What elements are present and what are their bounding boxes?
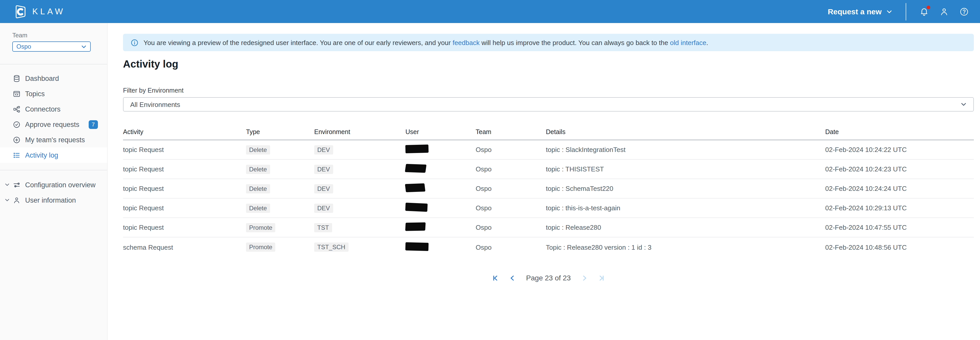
column-header-date: Date [825, 128, 974, 136]
sidebar-divider [0, 64, 107, 65]
preview-banner: You are viewing a preview of the redesig… [123, 34, 974, 51]
feedback-link[interactable]: feedback [453, 39, 480, 46]
sidebar-item-label: Activity log [25, 151, 58, 159]
filter-by-environment-label: Filter by Environment [123, 87, 980, 94]
topics-icon [13, 90, 21, 98]
cell-details: topic : SlackIntegrationTest [546, 146, 825, 153]
banner-text-after: . [706, 39, 708, 46]
sidebar-item-label: User information [25, 196, 76, 204]
type-chip: Delete [246, 203, 270, 213]
cell-team: Ospo [476, 204, 546, 212]
sidebar-item-my-teams-requests[interactable]: My team's requests [0, 132, 107, 147]
chevron-down-icon [961, 101, 967, 108]
cell-date: 02-Feb-2024 10:24:23 UTC [825, 165, 974, 173]
page-title: Activity log [123, 59, 980, 70]
column-header-environment: Environment [314, 128, 406, 136]
table-row: topic Request Delete DEV Ospo topic : TH… [123, 160, 974, 179]
sidebar-divider [0, 170, 107, 171]
type-chip: Promote [246, 223, 275, 232]
notification-dot [927, 5, 930, 9]
cell-activity: topic Request [123, 146, 246, 153]
redacted-user [405, 202, 428, 212]
pagination: Page 23 of 23 [123, 274, 974, 282]
cell-date: 02-Feb-2024 10:24:24 UTC [825, 185, 974, 192]
table-row: topic Request Delete DEV Ospo topic : Sl… [123, 140, 974, 160]
header-divider [906, 3, 906, 20]
redacted-user [405, 183, 425, 192]
user-icon [13, 196, 21, 204]
sidebar-item-topics[interactable]: Topics [0, 86, 107, 101]
table-row: schema Request Promote TST_SCH Ospo Topi… [123, 237, 974, 257]
first-page-button[interactable] [492, 275, 499, 281]
profile-button[interactable] [940, 7, 949, 16]
environment-select[interactable]: All Environments [123, 97, 974, 112]
sidebar-item-activity-log[interactable]: Activity log [0, 147, 107, 163]
team-select[interactable]: Ospo [12, 41, 91, 52]
team-select-value: Ospo [16, 43, 31, 50]
type-chip: Delete [246, 145, 270, 154]
environment-chip: TST_SCH [314, 242, 348, 252]
cell-team: Ospo [476, 146, 546, 153]
environment-chip: DEV [314, 145, 333, 154]
next-page-button[interactable] [581, 275, 588, 281]
help-icon [959, 7, 969, 16]
redacted-user [406, 144, 429, 153]
cell-details: topic : this-is-a-test-again [546, 204, 825, 212]
approve-requests-badge: 7 [89, 120, 98, 129]
cell-activity: topic Request [123, 165, 246, 173]
brand-name: KLAW [32, 7, 65, 16]
cell-team: Ospo [476, 224, 546, 231]
notifications-button[interactable] [920, 7, 929, 16]
main-content: You are viewing a preview of the redesig… [108, 23, 980, 340]
check-circle-icon [13, 120, 21, 128]
sidebar-item-label: Configuration overview [25, 181, 95, 188]
database-icon [13, 74, 21, 82]
request-a-new-label: Request a new [828, 7, 881, 16]
environment-chip: DEV [314, 164, 333, 174]
banner-text-before: You are viewing a preview of the redesig… [143, 39, 453, 46]
redacted-user [405, 164, 426, 173]
user-icon [940, 7, 949, 16]
old-interface-link[interactable]: old interface [670, 39, 706, 46]
sidebar-item-label: Topics [25, 90, 45, 98]
sidebar-item-user-information[interactable]: User information [0, 192, 107, 208]
last-page-button[interactable] [598, 275, 605, 281]
sidebar-item-approve-requests[interactable]: Approve requests 7 [0, 117, 107, 132]
app-root: KLAW Request a new [0, 0, 980, 340]
top-header: KLAW Request a new [0, 0, 980, 23]
cell-team: Ospo [476, 165, 546, 173]
sidebar-item-connectors[interactable]: Connectors [0, 101, 107, 117]
table-header-row: Activity Type Environment User Team Deta… [123, 124, 974, 140]
cell-date: 02-Feb-2024 10:48:56 UTC [825, 243, 974, 251]
chevron-down-icon [5, 198, 10, 202]
sidebar-item-label: Approve requests [25, 120, 80, 128]
cell-details: topic : THISISTEST [546, 165, 825, 173]
type-chip: Promote [246, 242, 275, 252]
cell-team: Ospo [476, 243, 546, 251]
sidebar-item-label: My team's requests [25, 136, 85, 144]
column-header-details: Details [546, 128, 825, 136]
sidebar-item-dashboard[interactable]: Dashboard [0, 71, 107, 86]
type-chip: Delete [246, 184, 270, 193]
environment-select-value: All Environments [130, 101, 180, 108]
info-icon [131, 39, 138, 46]
banner-text-middle: will help us improve the product. You ca… [479, 39, 670, 46]
cell-details: topic : SchemaTest220 [546, 185, 825, 192]
klaw-logo-icon [12, 4, 27, 19]
environment-chip: DEV [314, 203, 333, 213]
environment-chip: TST [314, 223, 332, 232]
sidebar-item-label: Dashboard [25, 74, 59, 82]
column-header-user: User [406, 128, 476, 136]
brand-logo[interactable]: KLAW [12, 4, 65, 19]
team-label: Team [12, 32, 95, 39]
banner-text: You are viewing a preview of the redesig… [143, 39, 708, 46]
request-a-new-button[interactable]: Request a new [828, 7, 892, 16]
previous-page-button[interactable] [509, 275, 516, 281]
sidebar-item-configuration-overview[interactable]: Configuration overview [0, 177, 107, 192]
help-button[interactable] [959, 7, 969, 16]
activity-table: Activity Type Environment User Team Deta… [123, 124, 974, 257]
cell-details: topic : Release280 [546, 224, 825, 231]
environment-chip: DEV [314, 184, 333, 193]
table-row: topic Request Delete DEV Ospo topic : Sc… [123, 179, 974, 199]
column-header-team: Team [476, 128, 546, 136]
